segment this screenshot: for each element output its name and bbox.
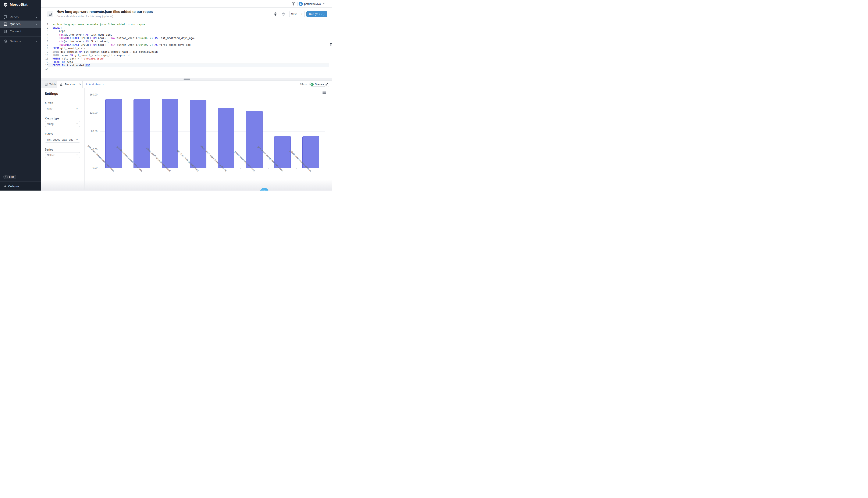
- bar[interactable]: [246, 111, 263, 168]
- mergestat-app: MergeStat Repos Queries Connect: [0, 0, 332, 191]
- code-line[interactable]: 3 repo,: [41, 29, 329, 33]
- brand-name: MergeStat: [10, 2, 27, 7]
- code-line[interactable]: 1-- how long ago were renovate.json file…: [41, 23, 329, 26]
- chevron-down-icon: [35, 40, 38, 43]
- tab-label: Bar chart: [65, 83, 77, 86]
- line-number: 11: [41, 57, 48, 60]
- sidebar-item-queries[interactable]: Queries: [0, 21, 41, 28]
- code-line[interactable]: 12GROUP BY repo: [41, 60, 329, 64]
- editor-scrollbar-thumb[interactable]: [330, 44, 331, 46]
- select-caret-icon: ▼: [76, 139, 78, 141]
- code-text: repo,: [48, 29, 329, 33]
- chart-menu-icon[interactable]: [322, 91, 326, 94]
- query-description-input[interactable]: [56, 14, 167, 18]
- status-label: Success: [315, 83, 325, 86]
- x-axis-tick: [184, 168, 184, 169]
- code-text: [48, 67, 329, 70]
- x-axis-tick: [268, 168, 269, 169]
- expand-results-button[interactable]: [324, 82, 329, 87]
- code-line[interactable]: 8FROM git_commit_stats: [41, 47, 329, 50]
- series-select[interactable]: Select ▼: [45, 152, 80, 158]
- bar-chart: 0.0040.0080.00120.00160.00github.com/mer…: [41, 88, 332, 191]
- code-line[interactable]: 13ORDER BY first_added ASC: [41, 64, 329, 67]
- code-text: max(author_when) AS last_modified,: [48, 33, 329, 36]
- code-line[interactable]: 14: [41, 67, 329, 70]
- query-title[interactable]: How long ago were renovate.json files ad…: [56, 10, 153, 14]
- select-caret-icon: ▼: [76, 154, 78, 156]
- username[interactable]: patrickdevivo: [304, 2, 321, 5]
- line-number: 4: [41, 33, 48, 36]
- drag-handle[interactable]: [183, 79, 190, 80]
- y-axis-tick-label: 80.00: [85, 130, 98, 133]
- bar[interactable]: [190, 100, 206, 168]
- code-line[interactable]: 7 ROUND(EXTRACT(EPOCH FROM now() - min(a…: [41, 43, 329, 47]
- query-header: How long ago were renovate.json files ad…: [41, 8, 332, 22]
- x-axis-tick: [240, 168, 241, 169]
- x-axis-type-select[interactable]: string ▼: [45, 121, 80, 127]
- code-line[interactable]: 10JOIN repos ON git_commit_stats.repo_id…: [41, 54, 329, 57]
- save-menu-caret-icon[interactable]: ▼: [299, 11, 305, 17]
- add-view-label: Add view: [89, 83, 100, 86]
- sidebar-item-connect[interactable]: Connect: [0, 28, 41, 35]
- docs-book-icon[interactable]: [292, 2, 295, 6]
- x-axis-label: X-axis: [45, 101, 53, 105]
- y-axis-select[interactable]: first_added_days_ago ▼: [45, 137, 80, 143]
- bar[interactable]: [105, 99, 122, 168]
- tab-bar-chart[interactable]: Bar chart ✕: [57, 81, 82, 88]
- x-axis-select[interactable]: repo ▼: [45, 106, 80, 112]
- editor-scrollbar-track: [330, 22, 330, 78]
- query-settings-gear-icon[interactable]: [274, 12, 277, 16]
- code-text: FROM git_commit_stats: [48, 47, 329, 50]
- select-caret-icon: ▼: [76, 107, 78, 110]
- gear-icon: [3, 39, 7, 43]
- line-number: 6: [41, 40, 48, 43]
- top-bar: patrickdevivo ▼: [41, 0, 332, 8]
- run-button[interactable]: Run (⇧ + ↵): [306, 11, 327, 17]
- code-line[interactable]: 2SELECT: [41, 26, 329, 29]
- sidebar-collapse-button[interactable]: Collapse: [0, 182, 41, 191]
- sql-editor[interactable]: 1-- how long ago were renovate.json file…: [41, 22, 332, 78]
- sidebar-divider: [0, 36, 41, 37]
- save-split-button: Save ▼: [289, 11, 305, 17]
- bar-chart-icon: [60, 83, 63, 86]
- code-line[interactable]: 4 max(author_when) AS last_modified,: [41, 33, 329, 36]
- sidebar-item-settings[interactable]: Settings: [0, 38, 41, 45]
- code-line[interactable]: 5 ROUND(EXTRACT(EPOCH FROM now() - max(a…: [41, 36, 329, 40]
- line-number: 5: [41, 36, 48, 40]
- sidebar-item-label: Queries: [10, 23, 21, 26]
- bar[interactable]: [162, 99, 178, 168]
- line-number: 2: [41, 26, 48, 29]
- main-area: patrickdevivo ▼ How long ago were renova…: [41, 0, 332, 191]
- tab-table[interactable]: Table: [41, 81, 57, 88]
- chart-settings-panel: Settings X-axis repo ▼ X-axis type strin…: [41, 88, 85, 191]
- code-line[interactable]: 9JOIN git_commits ON git_commit_stats.co…: [41, 50, 329, 54]
- avatar[interactable]: [298, 2, 303, 6]
- sidebar: MergeStat Repos Queries Connect: [0, 0, 41, 191]
- code-text: WHERE file_path = 'renovate.json': [48, 57, 329, 60]
- x-axis-type-value: string: [47, 122, 54, 126]
- tag-icon: [5, 175, 8, 178]
- sidebar-item-repos[interactable]: Repos: [0, 14, 41, 21]
- code-editor-lines: 1-- how long ago were renovate.json file…: [41, 23, 329, 71]
- add-view-button[interactable]: + Add view ▼: [82, 81, 107, 88]
- gridline: [100, 95, 325, 95]
- series-label: Series: [45, 148, 53, 151]
- bar[interactable]: [133, 99, 150, 168]
- code-line[interactable]: 11WHERE file_path = 'renovate.json': [41, 57, 329, 60]
- results-panel: Settings X-axis repo ▼ X-axis type strin…: [41, 88, 332, 191]
- user-menu-caret-icon[interactable]: ▼: [323, 2, 325, 5]
- tab-label: Table: [49, 83, 56, 86]
- close-tab-icon[interactable]: ✕: [79, 83, 81, 86]
- chevron-down-icon: [35, 23, 38, 26]
- collapse-label: Collapse: [8, 185, 19, 188]
- chevrons-left-icon: [4, 185, 7, 187]
- split-divider[interactable]: [41, 78, 332, 81]
- save-button[interactable]: Save: [290, 11, 299, 17]
- y-axis-tick-label: 160.00: [85, 93, 98, 96]
- add-view-caret-icon: ▼: [102, 83, 104, 85]
- code-line[interactable]: 6 min(author_when) AS first_added,: [41, 40, 329, 43]
- brand-logo[interactable]: MergeStat: [3, 2, 27, 7]
- query-history-icon[interactable]: [282, 12, 285, 16]
- y-axis-tick-label: 120.00: [85, 112, 98, 114]
- success-check-icon: [310, 83, 314, 86]
